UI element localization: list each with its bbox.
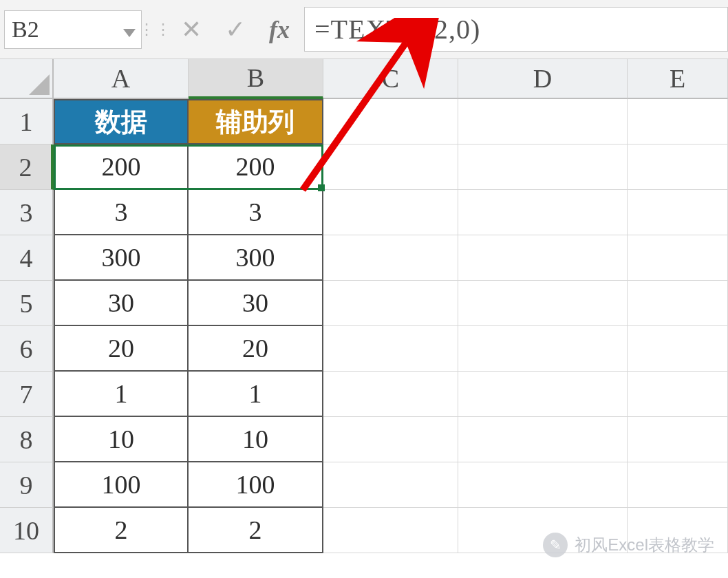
cell-D6[interactable] xyxy=(458,326,628,372)
cancel-icon: ✕ xyxy=(181,15,202,44)
cell-B8[interactable]: 10 xyxy=(189,417,323,462)
cell-A4[interactable]: 300 xyxy=(54,235,189,281)
cell-A5[interactable]: 30 xyxy=(54,281,189,326)
sheet-row: 3 3 3 xyxy=(0,190,728,235)
row-header[interactable]: 2 xyxy=(0,144,54,190)
cell-C1[interactable] xyxy=(323,99,458,144)
cell-A7[interactable]: 1 xyxy=(54,372,189,417)
cell-E6[interactable] xyxy=(628,326,728,372)
formula-text: =TEXT(A2,0) xyxy=(314,13,480,45)
row-header[interactable]: 6 xyxy=(0,326,54,372)
cell-B5[interactable]: 30 xyxy=(189,281,323,326)
name-box-value: B2 xyxy=(12,17,39,43)
cell-D3[interactable] xyxy=(458,190,628,235)
cell-C10[interactable] xyxy=(323,508,458,553)
cell-B1[interactable]: 辅助列 xyxy=(189,99,323,144)
cell-E7[interactable] xyxy=(628,372,728,417)
cell-B2[interactable]: 200 xyxy=(189,144,323,190)
cell-C6[interactable] xyxy=(323,326,458,372)
column-header-row: A B C D E xyxy=(0,59,728,99)
cancel-formula-button[interactable]: ✕ xyxy=(169,10,213,49)
row-header[interactable]: 1 xyxy=(0,99,54,144)
column-header-A[interactable]: A xyxy=(54,59,189,99)
cell-B10[interactable]: 2 xyxy=(189,508,323,553)
fx-icon: fx xyxy=(269,15,290,44)
row-header[interactable]: 5 xyxy=(0,281,54,326)
cell-B4[interactable]: 300 xyxy=(189,235,323,281)
toolbar-grip-icon: ⋮⋮ xyxy=(142,0,169,58)
cell-C7[interactable] xyxy=(323,372,458,417)
cell-D7[interactable] xyxy=(458,372,628,417)
row-header[interactable]: 7 xyxy=(0,372,54,417)
cell-C8[interactable] xyxy=(323,417,458,462)
cell-C2[interactable] xyxy=(323,144,458,190)
enter-formula-button[interactable]: ✓ xyxy=(213,10,257,49)
cell-E9[interactable] xyxy=(628,462,728,508)
svg-marker-0 xyxy=(123,29,136,37)
sheet-row: 4 300 300 xyxy=(0,235,728,281)
sheet-row: 9 100 100 xyxy=(0,462,728,508)
cell-B3[interactable]: 3 xyxy=(189,190,323,235)
formula-input[interactable]: =TEXT(A2,0) xyxy=(304,7,728,52)
cell-E1[interactable] xyxy=(628,99,728,144)
namebox-dropdown-icon[interactable] xyxy=(123,17,136,43)
namebox-container: B2 xyxy=(0,0,142,58)
insert-function-button[interactable]: fx xyxy=(257,10,301,49)
cell-D5[interactable] xyxy=(458,281,628,326)
cell-B6[interactable]: 20 xyxy=(189,326,323,372)
check-icon: ✓ xyxy=(225,15,246,44)
cell-A6[interactable]: 20 xyxy=(54,326,189,372)
cell-A8[interactable]: 10 xyxy=(54,417,189,462)
cell-A1[interactable]: 数据 xyxy=(54,99,189,144)
sheet-row: 7 1 1 xyxy=(0,372,728,417)
cell-C4[interactable] xyxy=(323,235,458,281)
row-header[interactable]: 8 xyxy=(0,417,54,462)
sheet-row: 5 30 30 xyxy=(0,281,728,326)
cell-C9[interactable] xyxy=(323,462,458,508)
cell-A3[interactable]: 3 xyxy=(54,190,189,235)
cell-D1[interactable] xyxy=(458,99,628,144)
select-all-corner[interactable] xyxy=(0,59,54,99)
row-header[interactable]: 9 xyxy=(0,462,54,508)
cell-D8[interactable] xyxy=(458,417,628,462)
cell-D4[interactable] xyxy=(458,235,628,281)
name-box[interactable]: B2 xyxy=(4,10,142,49)
formula-controls: ✕ ✓ fx xyxy=(169,0,301,58)
cell-D2[interactable] xyxy=(458,144,628,190)
cell-A9[interactable]: 100 xyxy=(54,462,189,508)
cell-E8[interactable] xyxy=(628,417,728,462)
row-header[interactable]: 3 xyxy=(0,190,54,235)
cell-E3[interactable] xyxy=(628,190,728,235)
column-header-E[interactable]: E xyxy=(628,59,728,99)
cell-E5[interactable] xyxy=(628,281,728,326)
cell-A10[interactable]: 2 xyxy=(54,508,189,553)
cell-B7[interactable]: 1 xyxy=(189,372,323,417)
row-header[interactable]: 4 xyxy=(0,235,54,281)
cell-E4[interactable] xyxy=(628,235,728,281)
sheet-row: 8 10 10 xyxy=(0,417,728,462)
sheet-row: 6 20 20 xyxy=(0,326,728,372)
cell-C3[interactable] xyxy=(323,190,458,235)
column-header-B[interactable]: B xyxy=(189,59,323,99)
watermark-text: 初风Excel表格教学 xyxy=(575,534,714,556)
cell-E2[interactable] xyxy=(628,144,728,190)
cell-A2[interactable]: 200 xyxy=(54,144,189,190)
cell-B9[interactable]: 100 xyxy=(189,462,323,508)
spreadsheet-grid[interactable]: A B C D E 1 数据 辅助列 2 200 200 3 3 3 4 300… xyxy=(0,59,728,553)
watermark: ✎ 初风Excel表格教学 xyxy=(543,533,714,557)
column-header-C[interactable]: C xyxy=(323,59,458,99)
formula-toolbar: B2 ⋮⋮ ✕ ✓ fx =TEXT(A2,0) xyxy=(0,0,728,59)
column-header-D[interactable]: D xyxy=(458,59,628,99)
row-header[interactable]: 10 xyxy=(0,508,54,553)
sheet-row: 1 数据 辅助列 xyxy=(0,99,728,144)
watermark-icon: ✎ xyxy=(543,533,568,557)
cell-D9[interactable] xyxy=(458,462,628,508)
cell-C5[interactable] xyxy=(323,281,458,326)
sheet-row: 2 200 200 xyxy=(0,144,728,190)
